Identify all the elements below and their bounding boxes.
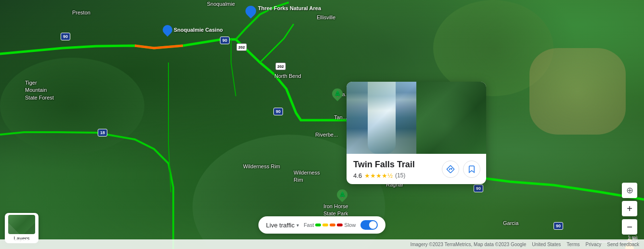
- shield-i90-2: 90: [220, 37, 230, 44]
- info-card: Twin Falls Trail 4.6 ★★★★½ (15): [347, 82, 486, 184]
- layers-preview: [8, 215, 35, 234]
- card-rating-number: 4.6: [353, 172, 362, 179]
- park-icon-1: 🌲: [330, 86, 345, 101]
- card-image-waterfall[interactable]: [347, 82, 416, 154]
- traffic-legend: Fast Slow: [304, 222, 356, 228]
- shield-i90-4: 90: [474, 185, 483, 192]
- traffic-moderate-dot: [322, 224, 328, 226]
- three-forks-poi[interactable]: Three Forks Natural Area: [245, 5, 321, 16]
- privacy-link[interactable]: Privacy: [585, 242, 601, 247]
- traffic-slow-dot: [330, 224, 335, 226]
- traffic-bar: Live traffic ▾ Fast Slow: [258, 216, 386, 234]
- three-forks-label: Three Forks Natural Area: [258, 5, 321, 12]
- card-stars: ★★★★½: [364, 172, 393, 179]
- send-feedback-link[interactable]: Send feedback: [607, 242, 639, 247]
- traffic-toggle-switch[interactable]: [361, 220, 378, 230]
- card-title-area: Twin Falls Trail 4.6 ★★★★½ (15): [347, 154, 486, 184]
- card-images[interactable]: [347, 82, 486, 154]
- attribution-bar: Imagery ©2023 TerraMetrics, Map data ©20…: [0, 239, 644, 249]
- card-save-button[interactable]: [463, 161, 480, 178]
- shield-202-2: 202: [275, 62, 286, 70]
- casino-poi[interactable]: Snoqualmie Casino: [163, 25, 223, 35]
- park-icon-2: 🌲: [335, 187, 349, 202]
- shield-i90-1: 90: [61, 33, 70, 40]
- shield-202-1: 202: [236, 43, 247, 51]
- shield-18: 18: [98, 129, 107, 137]
- live-traffic-toggle[interactable]: Live traffic ▾: [266, 222, 299, 229]
- imagery-credit: Imagery ©2023 TerraMetrics, Map data ©20…: [410, 242, 526, 247]
- casino-label: Snoqualmie Casino: [174, 27, 223, 33]
- layers-button[interactable]: Layers: [5, 213, 39, 243]
- fast-label: Fast: [304, 222, 314, 228]
- zoom-out-button[interactable]: −: [622, 219, 637, 235]
- live-traffic-label: Live traffic: [266, 222, 295, 229]
- card-title-text: Twin Falls Trail 4.6 ★★★★½ (15): [353, 160, 438, 179]
- map-container[interactable]: Preston Snoqualmie Ellisville North Bend…: [0, 0, 644, 249]
- compass-button[interactable]: ⊕: [622, 183, 637, 198]
- traffic-chevron-icon: ▾: [296, 223, 299, 228]
- card-review-count: (15): [395, 172, 405, 179]
- card-title: Twin Falls Trail: [353, 160, 438, 170]
- card-image-forest[interactable]: [416, 82, 486, 154]
- shield-i90-3: 90: [273, 108, 283, 115]
- terms-link[interactable]: Terms: [567, 242, 580, 247]
- roads-overlay: [0, 0, 644, 249]
- shield-i90-5: 90: [554, 222, 563, 230]
- traffic-fast-dot: [315, 224, 321, 226]
- united-states-link[interactable]: United States: [532, 242, 561, 247]
- card-rating-row: 4.6 ★★★★½ (15): [353, 172, 438, 179]
- slow-label: Slow: [344, 222, 356, 228]
- traffic-very-slow-dot: [337, 224, 343, 226]
- zoom-in-button[interactable]: +: [622, 201, 637, 216]
- card-directions-button[interactable]: [442, 161, 459, 178]
